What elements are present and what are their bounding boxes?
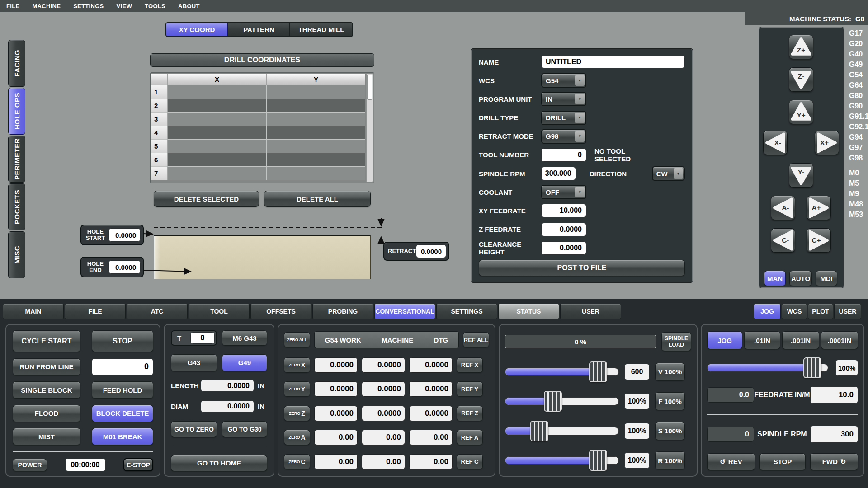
- table-cell[interactable]: [267, 140, 365, 153]
- feed-hold-button[interactable]: FEED HOLD: [92, 381, 153, 399]
- power-button[interactable]: POWER: [13, 459, 47, 471]
- spindle-stop-button[interactable]: STOP: [760, 453, 806, 470]
- table-cell[interactable]: [267, 126, 365, 140]
- row-number[interactable]: 3: [151, 113, 168, 126]
- tab-probing[interactable]: PROBING: [312, 304, 373, 319]
- post-to-file-button[interactable]: POST TO FILE: [479, 260, 685, 276]
- rapid-override-button[interactable]: R 100%: [655, 451, 685, 469]
- delete-all-button[interactable]: DELETE ALL: [264, 191, 371, 207]
- tab-misc[interactable]: MISC: [8, 231, 25, 278]
- slider-handle[interactable]: [544, 391, 562, 412]
- cycle-start-button[interactable]: CYCLE START: [13, 330, 80, 352]
- column-header-y[interactable]: Y: [267, 74, 365, 85]
- menu-tools[interactable]: TOOLS: [145, 3, 165, 9]
- z-feedrate-input[interactable]: 0.0000: [541, 223, 586, 236]
- menu-view[interactable]: VIEW: [117, 3, 132, 9]
- zero-all-button[interactable]: ZERO ALL: [284, 332, 310, 347]
- spindle-rpm-input[interactable]: 300.000: [541, 167, 576, 180]
- direction-dropdown[interactable]: CW ▼: [652, 166, 685, 181]
- tab-facing[interactable]: FACING: [8, 40, 25, 87]
- mode-auto-button[interactable]: AUTO: [789, 271, 812, 286]
- tab-pockets[interactable]: POCKETS: [8, 183, 25, 230]
- ref-a-button[interactable]: REF A: [457, 430, 483, 445]
- menu-settings[interactable]: SETTINGS: [73, 3, 104, 9]
- tab-status[interactable]: STATUS: [498, 304, 559, 319]
- tab-pattern[interactable]: PATTERN: [228, 23, 290, 36]
- tab-jog-view[interactable]: JOG: [754, 304, 781, 319]
- row-number[interactable]: 1: [151, 85, 168, 99]
- velocity-override-button[interactable]: V 100%: [655, 363, 685, 381]
- tab-hole-ops[interactable]: HOLE OPS: [8, 88, 25, 135]
- table-cell[interactable]: [168, 113, 267, 126]
- go-to-g30-button[interactable]: GO TO G30: [222, 421, 267, 437]
- delete-selected-button[interactable]: DELETE SELECTED: [154, 191, 259, 207]
- ref-all-button[interactable]: REF ALL: [463, 332, 489, 347]
- row-number[interactable]: 5: [151, 140, 168, 153]
- run-from-line-button[interactable]: RUN FROM LINE: [13, 358, 80, 375]
- tab-offsets[interactable]: OFFSETS: [250, 304, 311, 319]
- table-cell[interactable]: [168, 140, 267, 153]
- slider-handle[interactable]: [589, 361, 607, 382]
- tab-thread-mill[interactable]: THREAD MILL: [290, 23, 352, 36]
- retract-mode-dropdown[interactable]: G98 ▼: [541, 129, 586, 144]
- spindle-slider[interactable]: [505, 427, 619, 435]
- block-delete-button[interactable]: BLOCK DELETE: [92, 405, 153, 422]
- spindle-load-button[interactable]: SPINDLE LOAD: [661, 332, 691, 351]
- single-block-button[interactable]: SINGLE BLOCK: [13, 381, 80, 399]
- zero-x-button[interactable]: ZEROX: [284, 357, 310, 373]
- g43-button[interactable]: G43: [171, 354, 217, 371]
- clearance-height-input[interactable]: 0.0000: [541, 241, 586, 255]
- tool-number-input[interactable]: 0: [541, 148, 586, 162]
- ref-z-button[interactable]: REF Z: [457, 406, 483, 421]
- ref-y-button[interactable]: REF Y: [457, 381, 483, 397]
- table-cell[interactable]: [168, 167, 267, 180]
- wcs-dropdown[interactable]: G54 ▼: [541, 73, 586, 88]
- table-cell[interactable]: [267, 153, 365, 167]
- tab-file[interactable]: FILE: [65, 304, 126, 319]
- jog-y-minus-button[interactable]: Y-: [789, 163, 813, 188]
- row-number[interactable]: 6: [151, 153, 168, 167]
- jog-z-plus-button[interactable]: Z+: [789, 35, 813, 59]
- coolant-dropdown[interactable]: OFF ▼: [541, 185, 586, 199]
- rapid-slider[interactable]: [505, 456, 619, 465]
- scrollbar-thumb[interactable]: [367, 75, 372, 100]
- tab-user-view[interactable]: USER: [834, 304, 861, 319]
- tab-plot-view[interactable]: PLOT: [808, 304, 833, 319]
- table-cell[interactable]: [168, 99, 267, 113]
- table-cell[interactable]: [168, 153, 267, 167]
- menu-file[interactable]: FILE: [6, 3, 19, 9]
- mist-button[interactable]: MIST: [13, 428, 80, 445]
- g49-button[interactable]: G49: [222, 354, 267, 371]
- m01-break-button[interactable]: M01 BREAK: [92, 428, 153, 445]
- slider-handle[interactable]: [803, 357, 821, 378]
- tab-atc[interactable]: ATC: [127, 304, 188, 319]
- retract-input[interactable]: 0.0000: [416, 244, 446, 258]
- mode-mdi-button[interactable]: MDI: [816, 271, 837, 286]
- tab-settings[interactable]: SETTINGS: [436, 304, 497, 319]
- feed-override-button[interactable]: F 100%: [655, 392, 685, 410]
- table-cell[interactable]: [168, 85, 267, 99]
- xy-feedrate-input[interactable]: 10.000: [541, 204, 586, 217]
- ref-x-button[interactable]: REF X: [457, 357, 483, 373]
- menu-machine[interactable]: MACHINE: [32, 3, 61, 9]
- jog-z-minus-button[interactable]: Z-: [789, 67, 813, 92]
- stop-button[interactable]: STOP: [92, 330, 153, 352]
- row-number[interactable]: 4: [151, 126, 168, 140]
- m6-g43-button[interactable]: M6 G43: [222, 330, 267, 346]
- table-cell[interactable]: [267, 99, 365, 113]
- go-to-zero-button[interactable]: GO TO ZERO: [171, 421, 217, 437]
- jog-y-plus-button[interactable]: Y+: [789, 100, 813, 124]
- increment-001in-button[interactable]: .001IN: [782, 331, 819, 349]
- go-to-home-button[interactable]: GO TO HOME: [171, 455, 267, 471]
- jog-c-plus-button[interactable]: C+: [807, 228, 831, 253]
- slider-handle[interactable]: [589, 450, 607, 471]
- row-number[interactable]: 7: [151, 167, 168, 180]
- jog-x-minus-button[interactable]: X-: [763, 131, 788, 155]
- menu-about[interactable]: ABOUT: [178, 3, 200, 9]
- zero-y-button[interactable]: ZEROY: [284, 381, 310, 397]
- spindle-rev-button[interactable]: ↺ REV: [707, 453, 755, 470]
- mode-man-button[interactable]: MAN: [764, 271, 786, 286]
- jog-rate-slider[interactable]: [707, 364, 828, 372]
- feed-slider[interactable]: [505, 397, 619, 405]
- slider-handle[interactable]: [530, 421, 548, 441]
